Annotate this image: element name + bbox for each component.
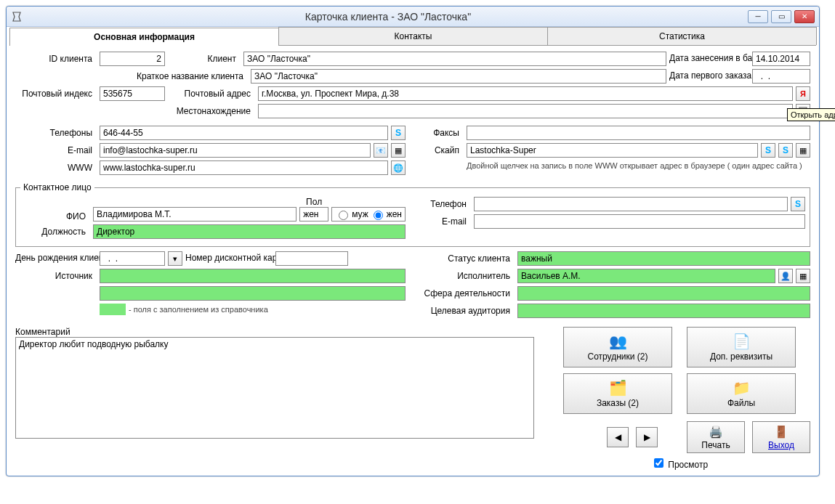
label-fax: Факсы: [420, 128, 464, 138]
status-field[interactable]: [517, 251, 810, 266]
audience-field[interactable]: [517, 304, 810, 318]
requisites-label: Доп. реквизиты: [710, 351, 773, 362]
executor-lookup-icon[interactable]: 👤: [778, 269, 793, 283]
employees-icon: 👥: [609, 333, 627, 350]
maximize-button[interactable]: ▭: [771, 10, 791, 23]
location-field[interactable]: [258, 104, 793, 118]
label-fio: ФИО: [20, 211, 90, 221]
print-label: Печать: [701, 440, 730, 450]
label-zip: Почтовый индекс: [15, 89, 97, 99]
close-button[interactable]: ✕: [794, 10, 815, 23]
tab-main[interactable]: Основная информация: [9, 28, 279, 46]
label-client: Клиент: [168, 54, 241, 64]
yandex-map-button[interactable]: Я: [796, 86, 810, 101]
contact-phone-field[interactable]: [474, 197, 788, 211]
preview-checkbox[interactable]: [654, 458, 663, 468]
zip-field[interactable]: [100, 86, 165, 101]
label-addr: Почтовый адрес: [168, 89, 255, 99]
label-contact-email: E-mail: [420, 216, 471, 227]
executor-list-icon[interactable]: ▦: [796, 269, 810, 283]
titlebar: Карточка клиента - ЗАО "Ласточка" ─ ▭ ✕: [7, 7, 819, 27]
requisites-icon: 📄: [733, 333, 751, 350]
label-gender: Пол: [306, 197, 322, 207]
email-list-icon[interactable]: ▦: [391, 143, 406, 158]
tab-bar: Основная информация Контакты Статистика: [9, 27, 816, 46]
fio-field[interactable]: [93, 207, 297, 221]
skype-icon[interactable]: S: [761, 143, 775, 158]
date-added-field[interactable]: [752, 52, 810, 66]
executor-field[interactable]: [517, 269, 775, 283]
skype-field[interactable]: [467, 143, 758, 158]
www-hint: Двойной щелчек на запись в поле WWW откр…: [420, 160, 810, 171]
tab-stats[interactable]: Статистика: [547, 27, 817, 45]
label-phones: Телефоны: [15, 128, 97, 138]
label-date-first: Дата первого заказа: [669, 71, 749, 81]
employees-button[interactable]: 👥 Сотрудники (2): [563, 327, 672, 367]
label-bday: День рождения клиента/компании: [15, 253, 97, 263]
skype-action-icon[interactable]: S: [778, 143, 793, 158]
position-field[interactable]: [93, 224, 406, 239]
window-title: Карточка клиента - ЗАО "Ласточка": [28, 11, 748, 23]
sphere-field[interactable]: [517, 286, 810, 301]
contact-person-legend: Контактное лицо: [20, 182, 94, 192]
label-audience: Целевая аудитория: [420, 306, 515, 316]
legend-text: - поля с заполнением из справочника: [129, 305, 268, 314]
browser-icon[interactable]: 🌐: [391, 160, 406, 175]
label-executor: Исполнитель: [420, 271, 515, 281]
fax-field[interactable]: [467, 126, 810, 140]
label-discount: Номер дисконтной карты: [185, 253, 273, 263]
prev-button[interactable]: ◀: [607, 427, 629, 447]
preview-checkbox-wrap[interactable]: Просмотр: [651, 460, 708, 470]
gender-male-radio[interactable]: [339, 211, 348, 220]
label-position: Должность: [20, 227, 90, 237]
email-field[interactable]: [100, 143, 371, 158]
source-field[interactable]: [100, 269, 406, 283]
discount-field[interactable]: [275, 251, 348, 266]
label-skype: Скайп: [420, 145, 464, 155]
date-first-field[interactable]: [752, 69, 810, 84]
phones-field[interactable]: [100, 126, 388, 140]
gender-field[interactable]: [299, 207, 328, 221]
label-location: Местонахождение: [15, 106, 255, 116]
label-comment: Комментарий: [15, 327, 534, 337]
contact-person-group: Контактное лицо ФИО Пол муж: [15, 182, 810, 247]
address-field[interactable]: [258, 86, 793, 101]
requisites-button[interactable]: 📄 Доп. реквизиты: [687, 327, 796, 367]
gender-female-radio[interactable]: [374, 211, 383, 220]
yandex-tooltip: Открыть адрес в яндекс картах: [787, 108, 835, 121]
label-contact-phone: Телефон: [420, 199, 471, 209]
bday-field[interactable]: [100, 251, 165, 266]
tab-contacts[interactable]: Контакты: [278, 27, 548, 45]
legend-swatch: [100, 304, 126, 315]
short-name-field[interactable]: [251, 69, 666, 84]
label-short: Краткое название клиента: [15, 71, 248, 81]
label-source: Источник: [15, 271, 97, 281]
exit-icon: 🚪: [774, 425, 788, 439]
orders-label: Заказы (2): [597, 398, 639, 408]
source-field-2[interactable]: [100, 286, 406, 301]
employees-label: Сотрудники (2): [588, 351, 648, 362]
next-button[interactable]: ▶: [636, 427, 658, 447]
exit-label: Выход: [768, 440, 794, 450]
print-button[interactable]: 🖨️ Печать: [687, 421, 745, 453]
www-field[interactable]: [100, 160, 388, 175]
label-www: WWW: [15, 163, 97, 173]
label-status: Статус клиента: [420, 253, 515, 264]
client-field[interactable]: [243, 52, 666, 66]
files-button[interactable]: 📁 Файлы: [687, 373, 796, 414]
skype-list-icon[interactable]: ▦: [796, 143, 810, 158]
bday-calendar-icon[interactable]: ▾: [168, 251, 182, 266]
label-date-added: Дата занесения в базу: [669, 54, 749, 63]
exit-button[interactable]: 🚪 Выход: [752, 421, 810, 453]
label-sphere: Сфера деятельности: [420, 288, 515, 298]
orders-button[interactable]: 🗂️ Заказы (2): [563, 373, 672, 414]
skype-call-icon[interactable]: S: [391, 126, 406, 140]
label-id: ID клиента: [15, 54, 97, 64]
contact-skype-icon[interactable]: S: [791, 197, 805, 211]
content-area: ID клиента Клиент Дата занесения в базу …: [7, 46, 819, 476]
id-field[interactable]: [100, 52, 165, 66]
contact-email-field[interactable]: [474, 214, 805, 229]
comment-field[interactable]: [15, 337, 534, 439]
minimize-button[interactable]: ─: [748, 10, 768, 23]
email-action-icon[interactable]: 📧: [374, 143, 388, 158]
